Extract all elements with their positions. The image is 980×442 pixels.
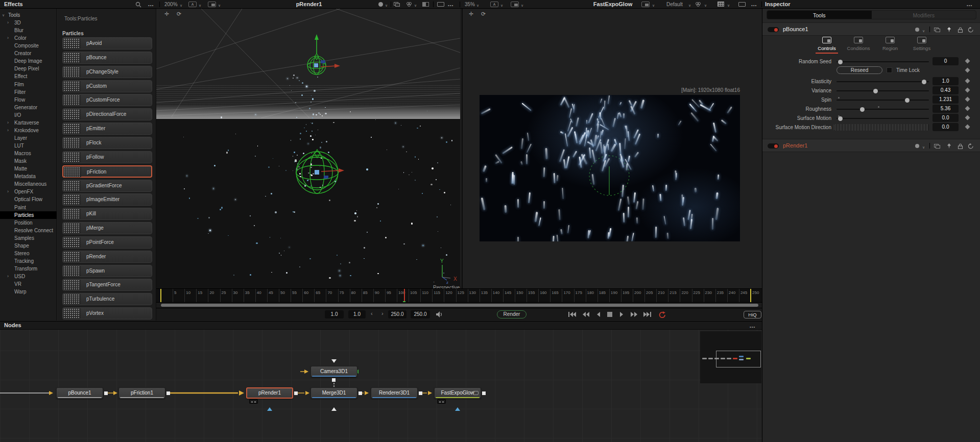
sidebar-item-3d[interactable]: ›3D: [0, 19, 57, 27]
time-lock-checkbox[interactable]: [887, 67, 892, 73]
keyframe-diamond-icon[interactable]: [965, 68, 970, 73]
loop-button[interactable]: [658, 311, 670, 318]
slider-track[interactable]: [836, 61, 929, 62]
graph-node-pbounce1[interactable]: pBounce1: [56, 387, 103, 399]
range-start-field[interactable]: 1.0: [325, 310, 344, 318]
slider-track[interactable]: [836, 100, 929, 101]
goto-start-button[interactable]: [567, 311, 579, 318]
tool-item-pmerge[interactable]: pMerge: [62, 222, 152, 234]
keyframe-diamond-icon[interactable]: [965, 88, 970, 93]
slider-track[interactable]: [836, 81, 929, 82]
quality-toggle-hiq[interactable]: HiQ: [744, 311, 761, 318]
sidebar-item-position[interactable]: Position: [0, 219, 57, 227]
chevron-right-icon[interactable]: ›: [7, 19, 9, 27]
tab-tools[interactable]: Tools: [767, 11, 872, 19]
chevron-down-icon[interactable]: [727, 2, 730, 8]
orbit-view-icon[interactable]: ⟳: [177, 11, 181, 17]
tool-item-pkill[interactable]: pKill: [62, 208, 152, 220]
param-value-field[interactable]: 0.43: [933, 86, 959, 94]
sidebar-item-effect[interactable]: Effect: [0, 72, 57, 80]
slider-handle[interactable]: [838, 60, 843, 64]
split-view-icon[interactable]: [422, 2, 429, 7]
comment-bubble-icon[interactable]: [473, 391, 479, 395]
render-button[interactable]: Render: [497, 310, 527, 318]
graph-node-prender1[interactable]: pRender1: [246, 387, 293, 399]
global-end-field[interactable]: 250.0: [411, 310, 430, 318]
slider-track[interactable]: [836, 90, 929, 91]
step-forward-button[interactable]: ›: [381, 310, 384, 316]
copy-icon[interactable]: [934, 144, 940, 149]
timeline-scrollbar[interactable]: [161, 304, 758, 307]
color-balls-icon[interactable]: [407, 2, 412, 7]
sidebar-item-shape[interactable]: Shape: [0, 242, 57, 250]
right-viewer-display-icon[interactable]: [641, 2, 650, 7]
left-viewer-3d[interactable]: Y X z ✛ ⟳ · Perspective: [156, 9, 460, 288]
sidebar-item-deep-pixel[interactable]: Deep Pixel: [0, 65, 57, 72]
sidebar-item-resolve-connect[interactable]: Resolve Connect: [0, 227, 57, 234]
tool-item-pemitter[interactable]: pEmitter: [62, 122, 152, 135]
param-value-field[interactable]: 0.0: [933, 114, 959, 122]
lock-icon[interactable]: [958, 27, 963, 33]
keyframe-diamond-icon[interactable]: [965, 115, 970, 120]
subtab-settings[interactable]: Settings: [909, 37, 935, 51]
slider-handle[interactable]: [873, 89, 878, 93]
right-roi-frame-icon[interactable]: [738, 2, 746, 7]
sidebar-item-blur[interactable]: Blur: [0, 27, 57, 34]
search-icon[interactable]: [135, 2, 141, 8]
sidebar-item-i-o[interactable]: I/O: [0, 111, 57, 119]
sidebar-item-transform[interactable]: Transform: [0, 265, 57, 273]
tool-item-pflock[interactable]: pFlock: [62, 137, 152, 149]
param-value-field[interactable]: 0: [933, 57, 959, 65]
left-viewer-lut-icon[interactable]: [378, 2, 383, 7]
sidebar-item-usd[interactable]: ›USD: [0, 273, 57, 280]
chevron-down-icon[interactable]: [218, 2, 221, 8]
inspector-options-icon[interactable]: [967, 2, 972, 8]
slider-handle[interactable]: [860, 107, 865, 112]
playhead[interactable]: [404, 289, 405, 302]
lock-icon[interactable]: [958, 143, 963, 149]
range-end-marker[interactable]: [750, 289, 751, 302]
right-viewer-2d[interactable]: ✛ ⟳ [Main]: 1920x1080 float16: [462, 9, 762, 288]
node-header-prender1[interactable]: pRender1: [762, 139, 980, 152]
sidebar-item-deep-image[interactable]: Deep Image: [0, 57, 57, 65]
sidebar-item-flow[interactable]: Flow: [0, 96, 57, 104]
checker-grid-icon[interactable]: [718, 2, 724, 7]
audio-mute-icon[interactable]: [436, 311, 443, 317]
sidebar-item-macros[interactable]: Macros: [0, 150, 57, 157]
pin-icon[interactable]: [946, 27, 952, 33]
tool-item-ppointforce[interactable]: pPointForce: [62, 236, 152, 249]
sidebar-item-krokodove[interactable]: ›Krokodove: [0, 127, 57, 134]
fast-reverse-button[interactable]: [582, 311, 593, 318]
node-header-pbounce1[interactable]: pBounce1: [762, 22, 980, 36]
slider-handle[interactable]: [905, 98, 910, 103]
node-enable-toggle[interactable]: [768, 143, 779, 149]
sidebar-item-filter[interactable]: Filter: [0, 88, 57, 96]
subtab-controls[interactable]: Controls: [814, 37, 840, 54]
right-viewer-zoom-select[interactable]: 35%: [465, 2, 475, 7]
tab-modifiers[interactable]: Modifiers: [872, 11, 976, 19]
sidebar-item-optical-flow[interactable]: Optical Flow: [0, 195, 57, 203]
chevron-down-icon[interactable]: [521, 2, 523, 8]
left-viewer-channel-icon[interactable]: A: [188, 2, 197, 7]
chevron-right-icon[interactable]: ›: [7, 273, 9, 280]
graph-node-renderer3d1[interactable]: Renderer3D1: [371, 387, 418, 399]
sidebar-item-metadata[interactable]: Metadata: [0, 173, 57, 180]
keyframe-diamond-icon[interactable]: [965, 97, 970, 102]
sidebar-item-generator[interactable]: Generator: [0, 104, 57, 111]
nodes-options-icon[interactable]: [750, 324, 755, 329]
chevron-down-icon[interactable]: [180, 2, 182, 8]
keyframe-diamond-icon[interactable]: [965, 59, 970, 64]
play-button[interactable]: [619, 311, 630, 318]
slider-track[interactable]: [836, 118, 929, 119]
param-value-field[interactable]: 5.36: [933, 105, 959, 113]
param-value-field[interactable]: 0.0: [933, 123, 959, 131]
sidebar-item-warp[interactable]: Warp: [0, 288, 57, 296]
chevron-down-icon[interactable]: [385, 2, 388, 8]
sidebar-item-samples[interactable]: Samples: [0, 234, 57, 242]
sidebar-item-creator[interactable]: Creator: [0, 50, 57, 57]
chevron-down-icon[interactable]: [476, 2, 479, 8]
sidebar-item-tracking[interactable]: Tracking: [0, 257, 57, 265]
tool-item-pchangestyle[interactable]: pChangeStyle: [62, 66, 152, 78]
chevron-down-icon[interactable]: [704, 2, 707, 8]
right-viewer-options-icon[interactable]: [751, 2, 757, 8]
